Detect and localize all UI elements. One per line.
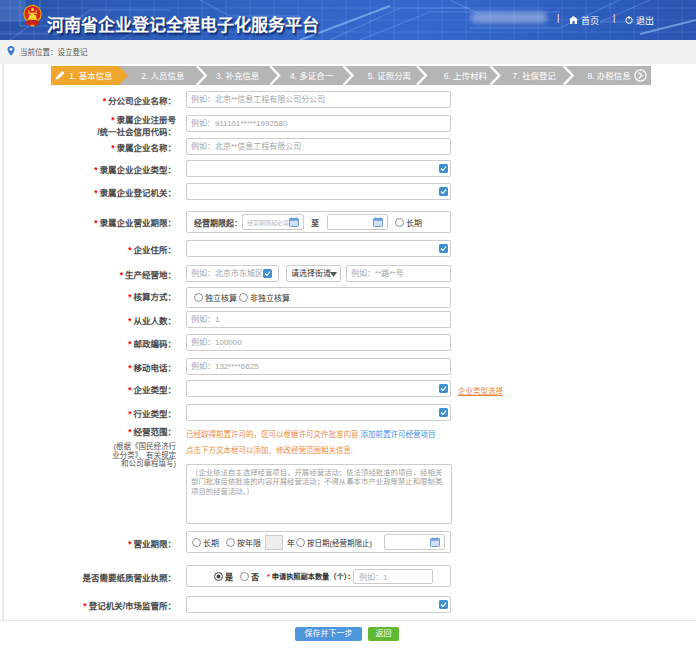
svg-text:4. 多证合一: 4. 多证合一	[290, 71, 334, 81]
svg-text:6. 上传材料: 6. 上传材料	[444, 71, 488, 81]
svg-text:2. 人员信息: 2. 人员信息	[141, 71, 184, 81]
svg-text:1. 基本信息: 1. 基本信息	[69, 71, 112, 81]
svg-text:5. 证照分离: 5. 证照分离	[368, 71, 411, 81]
svg-text:7. 社保登记: 7. 社保登记	[513, 71, 557, 81]
svg-text:3. 补充信息: 3. 补充信息	[216, 71, 259, 81]
svg-text:8. 办税信息: 8. 办税信息	[587, 71, 630, 81]
